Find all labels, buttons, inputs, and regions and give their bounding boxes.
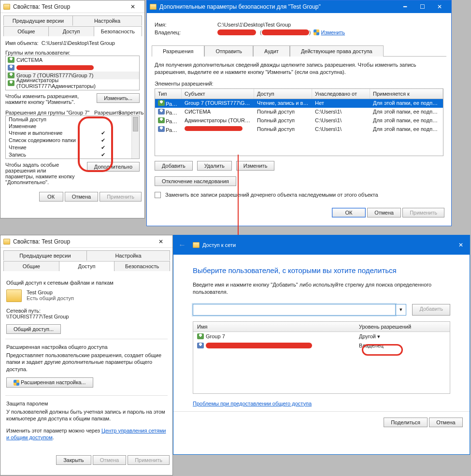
network-share-group: Общий доступ к сетевым файлам и папкам T… — [5, 278, 168, 336]
tab-settings[interactable]: Настройка — [72, 15, 142, 26]
remove-button[interactable]: Удалить — [197, 161, 232, 171]
network-access-dialog: ← Доступ к сети ✕ Выберите пользователей… — [173, 235, 470, 455]
col-perm[interactable]: Уровень разрешений — [359, 324, 446, 330]
shared-status: Есть общий доступ — [27, 295, 74, 301]
folder-icon — [3, 239, 10, 245]
share-button[interactable]: Поделиться — [384, 418, 428, 427]
back-icon[interactable]: ← — [178, 241, 186, 249]
user-input[interactable] — [193, 304, 396, 316]
grid-row[interactable]: Разр...Полный доступC:\Users\1\Для этой … — [155, 125, 443, 134]
list-item — [6, 64, 139, 72]
group-icon — [197, 333, 204, 339]
cancel-button[interactable]: Отмена — [93, 455, 126, 465]
cancel-button[interactable]: Отмена — [429, 418, 463, 427]
folder-icon — [150, 4, 157, 10]
replace-checkbox[interactable] — [155, 192, 161, 198]
owner-label: Владелец: — [155, 29, 217, 35]
add-button
        -button[interactable]: Добавить — [155, 161, 193, 171]
trouble-link[interactable]: Проблемы при предоставлении общего досту… — [193, 401, 312, 406]
close-icon[interactable]: ✕ — [431, 0, 448, 13]
perm-for-label: Разрешения для группы "Group 7" — [5, 110, 94, 115]
group-icon — [8, 57, 14, 63]
replace-label: Заменить все записи разрешений дочернего… — [165, 192, 378, 198]
folder-name: Test Group — [27, 289, 74, 295]
dropdown-icon[interactable]: ▾ — [396, 304, 406, 316]
close-icon[interactable]: ✕ — [124, 0, 142, 13]
advanced-share-button[interactable]: Расширенная настройка... — [6, 377, 93, 388]
tab-prev-versions[interactable]: Предыдущие версии — [3, 250, 87, 260]
tab-security[interactable]: Безопасность — [94, 26, 142, 36]
tab-settings[interactable]: Настройка — [86, 250, 170, 260]
tab-effective[interactable]: Действующие права доступа — [290, 45, 384, 57]
properties-sharing-dialog: Свойства: Test Group ✕ Предыдущие версии… — [0, 235, 173, 476]
help-text: Для получения дополнительных сведений дв… — [155, 61, 443, 76]
name-label: Имя: — [155, 22, 217, 28]
scrollbar[interactable] — [131, 116, 139, 159]
close-icon[interactable]: ✕ — [452, 235, 470, 255]
tab-send[interactable]: Отправить — [204, 45, 253, 57]
ok-button[interactable]: ОК — [39, 192, 63, 202]
chevron-down-icon[interactable]: ▾ — [377, 333, 380, 340]
titlebar[interactable]: Свойства: Test Group ✕ — [0, 0, 144, 13]
tab-general[interactable]: Общие — [3, 261, 59, 271]
elements-label: Элементы разрешений: — [155, 81, 443, 87]
cancel-button[interactable]: Отмена — [65, 192, 98, 202]
perm-row: Полный доступ — [6, 116, 139, 123]
maximize-icon[interactable]: ☐ — [414, 0, 431, 13]
close-button[interactable]: Закрыть — [56, 455, 91, 465]
grid-row[interactable]: Разр...Group 7 (TOURIST777\Group 7)Чтени… — [155, 99, 443, 108]
advanced-share-group: Расширенная настройка общего доступа Пре… — [5, 339, 168, 392]
change-owner-link[interactable]: Изменить — [321, 29, 345, 35]
list-item: Администраторы (TOURIST777\Администратор… — [6, 79, 139, 87]
perm-row: Чтение✔ — [6, 144, 139, 151]
edit-button[interactable]: Изменить... — [97, 93, 140, 103]
tab-permissions[interactable]: Разрешения — [152, 45, 204, 57]
apply-button[interactable]: Применить — [100, 192, 142, 202]
window-title: Дополнительные параметры безопасности дл… — [159, 3, 396, 10]
tab-sharing[interactable]: Доступ — [48, 26, 94, 36]
object-label: Имя объекта: — [5, 40, 39, 46]
network-folder-icon — [193, 242, 200, 248]
minimize-icon[interactable]: ━ — [396, 0, 414, 13]
groups-listbox[interactable]: СИСТЕМА Group 7 (TOURIST777\Group 7) Адм… — [5, 56, 140, 90]
share-button[interactable]: Общий доступ... — [6, 324, 61, 334]
tab-security[interactable]: Безопасность — [114, 261, 170, 271]
col-name[interactable]: Имя — [197, 324, 359, 330]
allow-check: ✔ — [91, 130, 115, 137]
deny-header: Запретить — [118, 110, 140, 115]
edit-button[interactable]: Изменить — [236, 161, 275, 171]
add-button[interactable]: Добавить — [412, 304, 450, 316]
titlebar[interactable]: Дополнительные параметры безопасности дл… — [147, 0, 451, 13]
tab-row-2: Общие Доступ Безопасность — [3, 26, 142, 36]
perm-row: Запись✔ — [6, 151, 139, 159]
titlebar[interactable]: Свойства: Test Group ✕ — [0, 235, 172, 248]
tab-sharing[interactable]: Доступ — [59, 261, 115, 271]
shield-icon — [314, 29, 319, 35]
user-icon — [197, 343, 204, 348]
ok-button[interactable]: ОК — [332, 208, 366, 217]
share-grid[interactable]: Имя Уровень разрешений Group 7 Другой ▾ … — [193, 321, 450, 394]
groups-label: Группы или пользователи: — [5, 50, 140, 56]
user-combo[interactable]: ▾ Добавить — [193, 304, 450, 316]
tab-general[interactable]: Общие — [3, 26, 49, 36]
advanced-button[interactable]: Дополнительно — [87, 162, 140, 172]
grid-row[interactable]: Разр...Администраторы (TOURIST77...Полны… — [155, 116, 443, 125]
group-icon — [8, 72, 14, 78]
advanced-security-dialog: Дополнительные параметры безопасности дл… — [146, 0, 452, 226]
grid-row[interactable]: Разр...СИСТЕМАПолный доступC:\Users\1\Дл… — [155, 108, 443, 116]
apply-button[interactable]: Применить — [128, 455, 170, 465]
permissions-grid[interactable]: Тип Субъект Доступ Унаследовано от Приме… — [155, 88, 443, 156]
cancel-button[interactable]: Отмена — [367, 208, 401, 217]
perm-row: Чтение и выполнение✔ — [6, 130, 139, 137]
close-icon[interactable]: ✕ — [152, 235, 170, 248]
titlebar[interactable]: ← Доступ к сети ✕ — [173, 235, 470, 255]
disable-inheritance-button[interactable]: Отключение наследования — [155, 176, 236, 186]
tab-prev-versions[interactable]: Предыдущие версии — [3, 15, 73, 26]
perm-row: Список содержимого папки✔ — [6, 137, 139, 144]
share-row: Group 7 Другой ▾ — [193, 332, 450, 341]
group-icon — [8, 80, 14, 86]
apply-button[interactable]: Применить — [402, 208, 444, 217]
object-value: C:\Users\1\Desktop\Test Group — [42, 40, 115, 46]
tab-audit[interactable]: Аудит — [253, 45, 290, 57]
permissions-table: Полный доступИзменениеЧтение и выполнени… — [5, 115, 140, 159]
